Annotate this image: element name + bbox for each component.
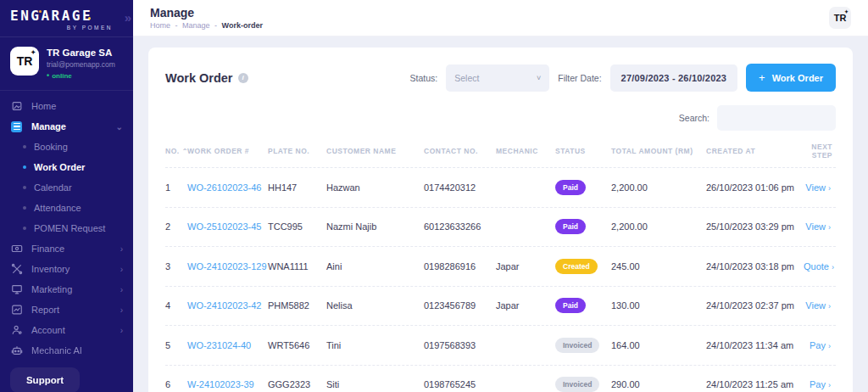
cell-contact: 0123456789 [424, 300, 496, 311]
add-work-order-button[interactable]: + Work Order [746, 64, 836, 92]
support-button[interactable]: Support [10, 367, 80, 392]
sidebar-item-label: Attendance [34, 203, 81, 213]
top-header: Manage Home - Manage - Work-order TR ✦ [133, 0, 868, 36]
money-icon [10, 243, 23, 255]
next-step-link[interactable]: Pay› [804, 340, 836, 350]
column-header-next-step[interactable]: NEXT STEP [804, 143, 836, 160]
cell-created: 24/10/2023 11:25 am [706, 379, 804, 389]
sidebar-item-marketing[interactable]: Marketing › [0, 279, 133, 300]
cell-no: 6 [165, 379, 187, 389]
sidebar-item-report[interactable]: Report › [0, 300, 133, 320]
column-header-plate[interactable]: PLATE NO. [268, 147, 326, 155]
breadcrumb-home[interactable]: Home [150, 21, 170, 30]
cell-no: 3 [165, 261, 187, 272]
cell-contact: 0198286916 [424, 261, 496, 272]
breadcrumb-current: Work-order [222, 21, 263, 30]
next-step-link[interactable]: View› [804, 300, 836, 311]
work-order-link[interactable]: WO-24102023-42 [187, 300, 268, 311]
next-step-link[interactable]: Pay› [804, 379, 836, 389]
sidebar-item-mechanic-ai[interactable]: Mechanic AI [0, 340, 133, 361]
chevron-right-icon: › [828, 342, 831, 350]
column-header-customer[interactable]: CUSTOMER NAME [326, 147, 424, 155]
work-order-link[interactable]: WO-24102023-129 [187, 261, 268, 272]
cell-no: 4 [165, 300, 187, 311]
cell-created: 26/10/2023 01:06 pm [706, 182, 804, 193]
home-icon [10, 100, 23, 112]
page-title: Manage [150, 6, 829, 20]
table-row: 6 W-24102023-39 GGG2323 Siti 0198765245 … [165, 366, 836, 392]
cell-created: 24/10/2023 03:18 pm [706, 261, 804, 272]
sidebar-item-label: Booking [34, 142, 68, 152]
chevron-down-icon: ⌄ [116, 122, 123, 132]
cell-customer: Nelisa [326, 300, 424, 311]
sidebar-item-label: POMEN Request [34, 223, 105, 233]
cell-created: 24/10/2023 11:34 am [706, 340, 804, 350]
column-header-status[interactable]: STATUS [555, 147, 611, 155]
column-header-contact[interactable]: CONTACT NO. [424, 147, 496, 155]
engarage-logo: ENGARAGE [10, 8, 125, 24]
next-step-link[interactable]: View› [804, 221, 836, 232]
column-header-total[interactable]: TOTAL AMOUNT (RM) [611, 147, 706, 155]
sidebar-item-work-order[interactable]: Work Order [0, 157, 133, 177]
status-select[interactable]: Select ˅ [446, 64, 549, 92]
list-icon [10, 121, 23, 132]
next-step-link[interactable]: View› [804, 182, 836, 193]
chevron-right-icon: › [120, 265, 123, 274]
status-badge: Paid [555, 180, 586, 195]
sidebar-item-booking[interactable]: Booking [0, 137, 133, 157]
work-order-link[interactable]: WO-25102023-45 [187, 221, 268, 232]
main-area: Manage Home - Manage - Work-order TR ✦ W… [133, 0, 868, 392]
cell-mechanic: Japar [496, 261, 555, 272]
sidebar-item-home[interactable]: Home [0, 96, 133, 116]
sidebar-item-label: Manage [31, 121, 108, 132]
status-badge: Paid [555, 298, 586, 313]
work-order-link[interactable]: WO-26102023-46 [187, 182, 268, 193]
sidebar-item-pomen-request[interactable]: POMEN Request [0, 218, 133, 238]
date-range-input[interactable]: 27/09/2023 - 26/10/2023 [610, 64, 737, 92]
page-body: Work Order i Status: Select ˅ Filter Dat… [133, 36, 868, 392]
bullet-icon [23, 186, 26, 189]
next-step-link[interactable]: Quote› [804, 261, 836, 272]
sidebar-item-calendar[interactable]: Calendar [0, 177, 133, 198]
header-avatar[interactable]: TR ✦ [829, 7, 851, 29]
profile-card: TR ✦ TR Garage SA trial@pomenapp.com onl… [0, 37, 133, 91]
work-order-link[interactable]: WO-231024-40 [187, 340, 268, 350]
sidebar-item-label: Inventory [31, 264, 112, 274]
column-header-created[interactable]: CREATED AT [706, 147, 804, 155]
table-row: 2 WO-25102023-45 TCC995 Nazmi Najib 6012… [165, 208, 836, 248]
column-header-work-order[interactable]: WORK ORDER # [187, 147, 268, 155]
search-label: Search: [679, 113, 709, 123]
cell-customer: Siti [326, 379, 424, 389]
column-header-no[interactable]: NO.⌃ [165, 147, 187, 155]
status-badge: Invoiced [555, 377, 599, 392]
sidebar-item-finance[interactable]: Finance › [0, 238, 133, 259]
sidebar-item-attendance[interactable]: Attendance [0, 198, 133, 218]
table-row: 3 WO-24102023-129 WNA1111 Aini 019828691… [165, 247, 836, 287]
sidebar-item-label: Report [31, 305, 112, 315]
sidebar-item-inventory[interactable]: Inventory › [0, 259, 133, 279]
sidebar-item-manage[interactable]: Manage ⌄ [0, 116, 133, 137]
monitor-icon [10, 283, 23, 295]
add-work-order-label: Work Order [772, 73, 823, 83]
breadcrumb-manage[interactable]: Manage [182, 21, 210, 30]
tools-icon [10, 263, 23, 275]
chevron-right-icon: › [120, 285, 123, 294]
cell-contact: 0198765245 [424, 379, 496, 389]
avatar-initials: TR [17, 54, 33, 68]
cell-plate: GGG2323 [268, 379, 326, 389]
sidebar-item-label: Mechanic AI [31, 345, 123, 356]
info-icon[interactable]: i [238, 73, 248, 83]
sidebar-collapse-icon[interactable]: » [125, 10, 131, 25]
cell-customer: Tini [326, 340, 424, 350]
search-input[interactable] [717, 105, 836, 131]
cell-no: 2 [165, 221, 187, 232]
cell-customer: Hazwan [326, 182, 424, 193]
breadcrumb: Home - Manage - Work-order [150, 21, 829, 30]
status-badge: Paid [555, 219, 586, 234]
sidebar-item-account[interactable]: Account › [0, 320, 133, 340]
work-order-link[interactable]: W-24102023-39 [187, 379, 268, 389]
cell-total: 245.00 [611, 261, 706, 272]
column-header-mechanic[interactable]: MECHANIC [496, 147, 555, 155]
cell-contact: 0174420312 [424, 182, 496, 193]
work-order-card: Work Order i Status: Select ˅ Filter Dat… [148, 48, 853, 392]
